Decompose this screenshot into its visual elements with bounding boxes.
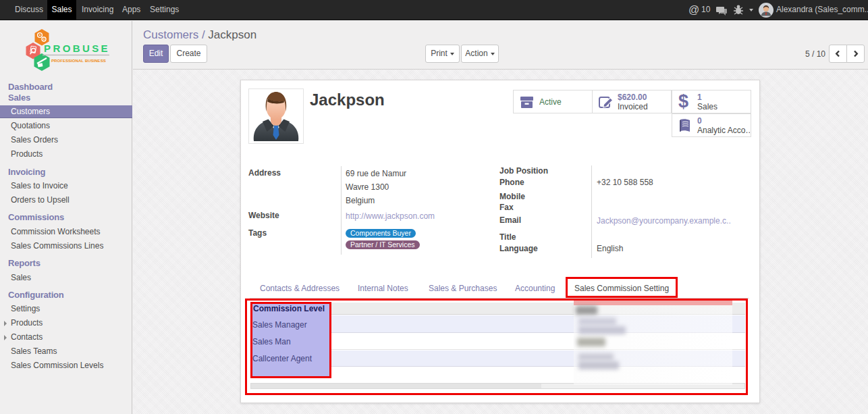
svg-text:PROFESSIONAL BUSINESS: PROFESSIONAL BUSINESS xyxy=(51,58,106,63)
svg-text:PROBUSE: PROBUSE xyxy=(44,43,110,54)
